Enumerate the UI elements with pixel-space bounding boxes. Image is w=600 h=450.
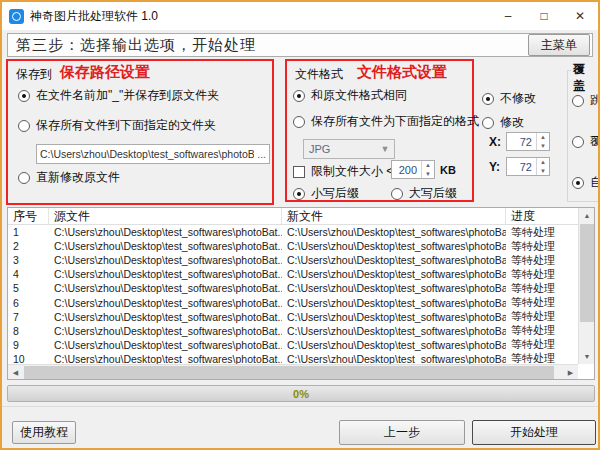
scroll-left-icon[interactable]: ◀: [8, 365, 23, 380]
radio-icon[interactable]: [572, 136, 584, 148]
stepper-arrows-icon[interactable]: ▲▼: [421, 161, 434, 178]
table-row[interactable]: 3 C:\Users\zhou\Desktop\test_softwares\p…: [8, 253, 578, 267]
radio-no-modify[interactable]: 不修改: [482, 90, 536, 107]
radio-label: 在文件名前加"_"并保存到原文件夹: [36, 87, 219, 104]
radio-icon[interactable]: [391, 188, 403, 200]
title-bar: 神奇图片批处理软件 1.0 – □ ✕: [2, 2, 598, 30]
row-new-cell: C:\Users\zhou\Desktop\test_softwares\pho…: [282, 254, 506, 266]
radio-modify-original[interactable]: 直新修改原文件: [18, 169, 120, 186]
row-new-cell: C:\Users\zhou\Desktop\test_softwares\pho…: [282, 297, 506, 309]
save-to-label: 保存到: [16, 66, 52, 83]
y-label: Y:: [489, 160, 500, 174]
radio-icon[interactable]: [572, 177, 584, 189]
row-source-cell: C:\Users\zhou\Desktop\test_softwares\pho…: [49, 254, 282, 266]
app-icon: [9, 9, 24, 24]
radio-specified-format[interactable]: 保存所有文件为下面指定的格式: [293, 113, 479, 130]
radio-lowercase-suffix[interactable]: 小写后缀: [293, 185, 359, 202]
maximize-icon[interactable]: □: [526, 2, 562, 30]
row-num-cell: 3: [8, 254, 49, 266]
vertical-scroll-thumb[interactable]: [580, 224, 594, 322]
app-window: 神奇图片批处理软件 1.0 – □ ✕ 第三步：选择输出选项，开始处理 主菜单 …: [0, 0, 600, 450]
previous-step-button[interactable]: 上一步: [339, 420, 465, 445]
window-title: 神奇图片批处理软件 1.0: [30, 8, 490, 25]
row-status-cell: 等特处理: [506, 281, 578, 296]
row-status-cell: 等特处理: [506, 323, 578, 338]
tutorial-button[interactable]: 使用教程: [12, 421, 76, 444]
radio-overwrite[interactable]: 覆: [572, 133, 600, 150]
y-stepper[interactable]: 72 ▲▼: [506, 157, 550, 176]
file-format-annotation: 文件格式设置: [357, 63, 447, 82]
header-new-file[interactable]: 新文件: [282, 208, 506, 224]
header-source-file[interactable]: 源文件: [49, 208, 282, 224]
radio-icon[interactable]: [18, 120, 30, 132]
horizontal-scroll-thumb[interactable]: [24, 366, 554, 379]
radio-uppercase-suffix[interactable]: 大写后缀: [391, 185, 457, 202]
table-row[interactable]: 7 C:\Users\zhou\Desktop\test_softwares\p…: [8, 310, 578, 324]
stepper-arrows-icon[interactable]: ▲▼: [536, 158, 549, 175]
table-row[interactable]: 5 C:\Users\zhou\Desktop\test_softwares\p…: [8, 281, 578, 295]
size-limit-stepper[interactable]: 200 ▲▼: [391, 160, 435, 179]
row-status-cell: 等特处理: [506, 309, 578, 324]
radio-icon[interactable]: [482, 93, 494, 105]
radio-label: 保存所有文件为下面指定的格式: [311, 113, 479, 130]
scroll-down-icon[interactable]: ▼: [579, 349, 595, 364]
minimize-icon[interactable]: –: [490, 2, 526, 30]
table-row[interactable]: 4 C:\Users\zhou\Desktop\test_softwares\p…: [8, 267, 578, 281]
header-num[interactable]: 序号: [8, 208, 49, 224]
radio-label: 和原文件格式相同: [311, 87, 407, 104]
size-limit-value: 200: [392, 161, 421, 178]
size-unit-label: KB: [440, 164, 456, 176]
radio-label: 大写后缀: [409, 185, 457, 202]
radio-label: 跳: [590, 92, 600, 109]
save-path-annotation: 保存路径设置: [60, 63, 150, 82]
header-progress[interactable]: 进度: [506, 208, 578, 224]
table-row[interactable]: 10 C:\Users\zhou\Desktop\test_softwares\…: [8, 352, 578, 364]
row-source-cell: C:\Users\zhou\Desktop\test_softwares\pho…: [49, 282, 282, 294]
table-header: 序号 源文件 新文件 进度: [8, 208, 578, 225]
destination-path-input[interactable]: C:\Users\zhou\Desktop\test_softwares\pho…: [36, 144, 270, 164]
row-num-cell: 8: [8, 325, 49, 337]
browse-button[interactable]: ...: [257, 148, 266, 160]
radio-icon[interactable]: [293, 116, 305, 128]
horizontal-scrollbar[interactable]: ◀ ▶: [8, 364, 578, 379]
radio-modify[interactable]: 修改: [482, 114, 524, 131]
file-table: 序号 源文件 新文件 进度 1 C:\Users\zhou\Desktop\te…: [7, 207, 595, 380]
row-num-cell: 7: [8, 311, 49, 323]
radio-label: 自: [590, 174, 600, 191]
radio-skip[interactable]: 跳: [572, 92, 600, 109]
scroll-up-icon[interactable]: ▲: [579, 208, 595, 223]
vertical-scrollbar[interactable]: ▲ ▼: [578, 208, 594, 364]
radio-icon[interactable]: [18, 172, 30, 184]
start-processing-button[interactable]: 开始处理: [472, 420, 596, 445]
checkbox-icon[interactable]: [293, 166, 305, 178]
progress-bar: 0%: [7, 385, 595, 402]
scroll-right-icon[interactable]: ▶: [563, 365, 578, 380]
radio-icon[interactable]: [293, 188, 305, 200]
format-select[interactable]: JPG ▼: [303, 139, 395, 159]
radio-prefix-original-folder[interactable]: 在文件名前加"_"并保存到原文件夹: [18, 87, 219, 104]
radio-icon[interactable]: [293, 90, 305, 102]
row-status-cell: 等特处理: [506, 225, 578, 240]
limit-size-checkbox[interactable]: 限制文件大小 <=: [293, 163, 400, 180]
table-row[interactable]: 9 C:\Users\zhou\Desktop\test_softwares\p…: [8, 338, 578, 352]
table-row[interactable]: 6 C:\Users\zhou\Desktop\test_softwares\p…: [8, 295, 578, 309]
file-format-group: 文件格式 文件格式设置 和原文件格式相同 保存所有文件为下面指定的格式 JPG …: [285, 59, 474, 202]
radio-icon[interactable]: [18, 90, 30, 102]
x-stepper[interactable]: 72 ▲▼: [506, 132, 550, 151]
radio-save-to-folder[interactable]: 保存所有文件到下面指定的文件夹: [18, 117, 216, 134]
radio-same-format[interactable]: 和原文件格式相同: [293, 87, 407, 104]
radio-icon[interactable]: [572, 95, 584, 107]
stepper-arrows-icon[interactable]: ▲▼: [536, 133, 549, 150]
table-row[interactable]: 8 C:\Users\zhou\Desktop\test_softwares\p…: [8, 324, 578, 338]
radio-label: 小写后缀: [311, 185, 359, 202]
row-num-cell: 10: [8, 353, 49, 364]
row-num-cell: 6: [8, 297, 49, 309]
row-new-cell: C:\Users\zhou\Desktop\test_softwares\pho…: [282, 353, 506, 364]
main-menu-button[interactable]: 主菜单: [528, 34, 590, 56]
table-row[interactable]: 1 C:\Users\zhou\Desktop\test_softwares\p…: [8, 225, 578, 239]
table-row[interactable]: 2 C:\Users\zhou\Desktop\test_softwares\p…: [8, 239, 578, 253]
close-icon[interactable]: ✕: [562, 2, 598, 30]
x-label: X:: [489, 135, 501, 149]
radio-auto[interactable]: 自: [572, 174, 600, 191]
radio-icon[interactable]: [482, 117, 494, 129]
